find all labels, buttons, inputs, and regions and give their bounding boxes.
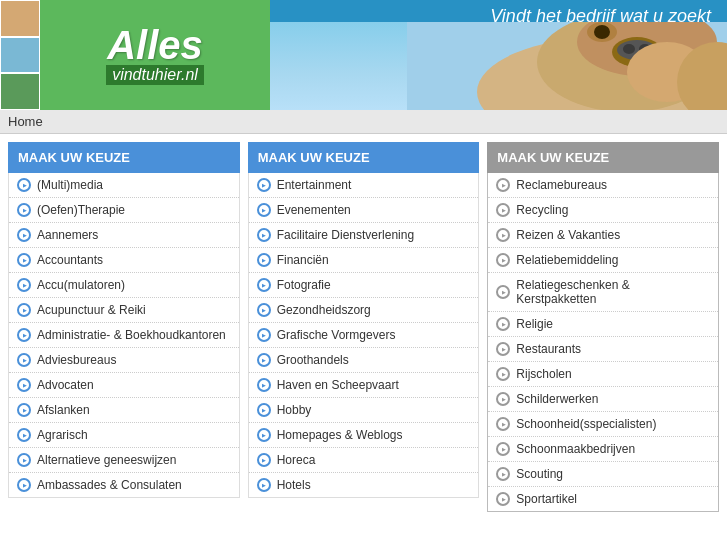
item-icon xyxy=(257,453,271,467)
list-item[interactable]: Accu(mulatoren) xyxy=(9,273,239,298)
list-item[interactable]: Accountants xyxy=(9,248,239,273)
nav-home[interactable]: Home xyxy=(8,114,43,129)
list-item[interactable]: Religie xyxy=(488,312,718,337)
list-item[interactable]: Financiën xyxy=(249,248,479,273)
item-label: Recycling xyxy=(516,203,568,217)
main-columns: MAAK UW KEUZE (Multi)media (Oefen)Therap… xyxy=(0,134,727,520)
list-item[interactable]: Aannemers xyxy=(9,223,239,248)
item-label: Schoonheid(sspecialisten) xyxy=(516,417,656,431)
item-label: Accountants xyxy=(37,253,103,267)
item-label: Grafische Vormgevers xyxy=(277,328,396,342)
list-item[interactable]: Haven en Scheepvaart xyxy=(249,373,479,398)
item-icon xyxy=(17,253,31,267)
col2-items: Entertainment Evenementen Facilitaire Di… xyxy=(248,173,480,498)
list-item[interactable]: Adviesbureaus xyxy=(9,348,239,373)
item-label: Haven en Scheepvaart xyxy=(277,378,399,392)
item-icon xyxy=(17,328,31,342)
item-icon xyxy=(17,403,31,417)
list-item[interactable]: Hotels xyxy=(249,473,479,497)
item-icon xyxy=(496,467,510,481)
item-icon xyxy=(496,253,510,267)
item-icon xyxy=(257,403,271,417)
list-item[interactable]: Advocaten xyxy=(9,373,239,398)
dog-image-area xyxy=(270,22,727,110)
thumb-1 xyxy=(0,0,40,37)
list-item[interactable]: (Oefen)Therapie xyxy=(9,198,239,223)
item-label: Scouting xyxy=(516,467,563,481)
item-icon xyxy=(17,428,31,442)
list-item[interactable]: Rijscholen xyxy=(488,362,718,387)
col2-header: MAAK UW KEUZE xyxy=(248,142,480,173)
item-icon xyxy=(257,278,271,292)
item-label: Fotografie xyxy=(277,278,331,292)
item-icon xyxy=(496,492,510,506)
item-label: Afslanken xyxy=(37,403,90,417)
list-item[interactable]: Schoonmaakbedrijven xyxy=(488,437,718,462)
list-item[interactable]: Afslanken xyxy=(9,398,239,423)
list-item[interactable]: (Multi)media xyxy=(9,173,239,198)
item-label: Schoonmaakbedrijven xyxy=(516,442,635,456)
item-icon xyxy=(496,203,510,217)
item-label: Groothandels xyxy=(277,353,349,367)
list-item[interactable]: Recycling xyxy=(488,198,718,223)
item-icon xyxy=(257,303,271,317)
item-icon xyxy=(257,178,271,192)
list-item[interactable]: Relatiebemiddeling xyxy=(488,248,718,273)
list-item[interactable]: Ambassades & Consulaten xyxy=(9,473,239,497)
item-icon xyxy=(496,178,510,192)
list-item[interactable]: Entertainment xyxy=(249,173,479,198)
item-label: Accu(mulatoren) xyxy=(37,278,125,292)
list-item[interactable]: Scouting xyxy=(488,462,718,487)
list-item[interactable]: Reizen & Vakanties xyxy=(488,223,718,248)
list-item[interactable]: Gezondheidszorg xyxy=(249,298,479,323)
list-item[interactable]: Agrarisch xyxy=(9,423,239,448)
list-item[interactable]: Sportartikel xyxy=(488,487,718,511)
item-label: Evenementen xyxy=(277,203,351,217)
list-item[interactable]: Horeca xyxy=(249,448,479,473)
item-label: (Oefen)Therapie xyxy=(37,203,125,217)
svg-point-6 xyxy=(623,44,635,54)
logo-alles: Alles xyxy=(107,25,203,65)
item-icon xyxy=(496,317,510,331)
item-label: Entertainment xyxy=(277,178,352,192)
item-icon xyxy=(257,428,271,442)
col3-header: MAAK UW KEUZE xyxy=(487,142,719,173)
item-icon xyxy=(257,228,271,242)
list-item[interactable]: Homepages & Weblogs xyxy=(249,423,479,448)
list-item[interactable]: Grafische Vormgevers xyxy=(249,323,479,348)
item-icon xyxy=(496,285,510,299)
svg-point-9 xyxy=(594,25,610,39)
item-label: Adviesbureaus xyxy=(37,353,116,367)
list-item[interactable]: Acupunctuur & Reiki xyxy=(9,298,239,323)
list-item[interactable]: Reclamebureaus xyxy=(488,173,718,198)
item-icon xyxy=(496,342,510,356)
item-icon xyxy=(17,178,31,192)
header-right: Vindt het bedrijf wat u zoekt xyxy=(270,0,727,110)
list-item[interactable]: Alternatieve geneeswijzen xyxy=(9,448,239,473)
item-label: Relatiebemiddeling xyxy=(516,253,618,267)
list-item[interactable]: Evenementen xyxy=(249,198,479,223)
item-label: Relatiegeschenken & Kerstpakketten xyxy=(516,278,710,306)
item-label: (Multi)media xyxy=(37,178,103,192)
item-label: Financiën xyxy=(277,253,329,267)
item-label: Gezondheidszorg xyxy=(277,303,371,317)
column-1: MAAK UW KEUZE (Multi)media (Oefen)Therap… xyxy=(8,142,240,512)
item-icon xyxy=(257,353,271,367)
header: Alles vindtuhier.nl Vindt het bedrijf wa… xyxy=(0,0,727,110)
list-item[interactable]: Relatiegeschenken & Kerstpakketten xyxy=(488,273,718,312)
item-label: Reizen & Vakanties xyxy=(516,228,620,242)
item-icon xyxy=(257,478,271,492)
list-item[interactable]: Groothandels xyxy=(249,348,479,373)
item-icon xyxy=(496,442,510,456)
col3-items: Reclamebureaus Recycling Reizen & Vakant… xyxy=(487,173,719,512)
item-label: Advocaten xyxy=(37,378,94,392)
list-item[interactable]: Fotografie xyxy=(249,273,479,298)
item-icon xyxy=(257,378,271,392)
list-item[interactable]: Administratie- & Boekhoudkantoren xyxy=(9,323,239,348)
list-item[interactable]: Schoonheid(sspecialisten) xyxy=(488,412,718,437)
list-item[interactable]: Schilderwerken xyxy=(488,387,718,412)
list-item[interactable]: Facilitaire Dienstverlening xyxy=(249,223,479,248)
list-item[interactable]: Hobby xyxy=(249,398,479,423)
list-item[interactable]: Restaurants xyxy=(488,337,718,362)
item-icon xyxy=(496,228,510,242)
